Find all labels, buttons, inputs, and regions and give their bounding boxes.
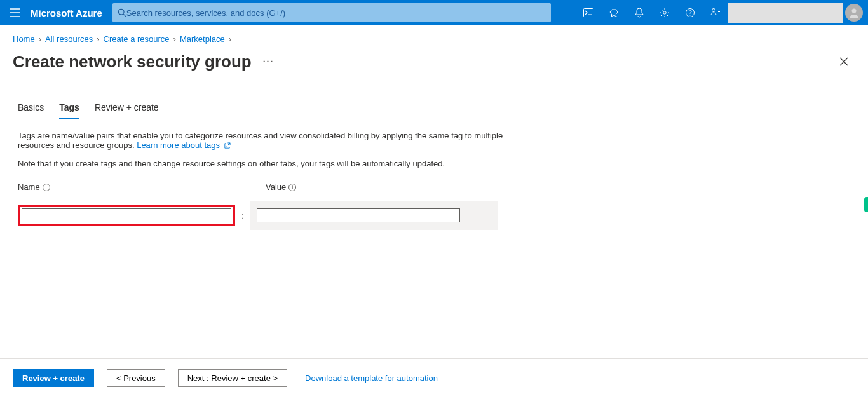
more-actions-icon[interactable]: ···	[263, 57, 275, 67]
svg-point-0	[118, 9, 124, 15]
previous-button[interactable]: < Previous	[107, 369, 165, 387]
topbar: Microsoft Azure	[0, 0, 868, 25]
tags-header-value-label: Value	[266, 182, 286, 192]
breadcrumb-all-resources[interactable]: All resources	[45, 34, 93, 44]
chevron-right-icon: ›	[97, 34, 99, 44]
tag-value-wrap	[250, 201, 498, 230]
cloud-shell-icon[interactable]	[576, 0, 601, 25]
footer-actions: Review + create < Previous Next : Review…	[0, 358, 868, 397]
breadcrumb-create-resource[interactable]: Create a resource	[104, 34, 170, 44]
tags-header-value: Value i	[266, 182, 296, 192]
feedback-icon[interactable]	[703, 0, 728, 25]
search-icon	[118, 8, 126, 17]
review-create-button[interactable]: Review + create	[13, 369, 94, 387]
chevron-right-icon: ›	[173, 34, 176, 44]
svg-point-5	[712, 9, 715, 12]
svg-point-3	[663, 11, 666, 14]
chevron-right-icon: ›	[229, 34, 231, 44]
hamburger-menu-icon[interactable]	[0, 8, 31, 17]
breadcrumb: Home › All resources › Create a resource…	[0, 25, 868, 46]
tags-table: Name i Value i :	[18, 182, 503, 230]
global-search[interactable]	[112, 3, 551, 22]
page-title: Create network security group	[13, 52, 252, 72]
tags-header-name: Name i	[18, 182, 247, 192]
tab-review-create[interactable]: Review + create	[95, 102, 159, 119]
chevron-right-icon: ›	[39, 34, 41, 44]
tags-header-name-label: Name	[18, 182, 40, 192]
page-heading-row: Create network security group ···	[0, 46, 868, 79]
learn-more-label: Learn more about tags	[137, 140, 220, 150]
info-icon[interactable]: i	[288, 184, 296, 191]
directory-filter-icon[interactable]	[601, 0, 627, 25]
help-icon[interactable]	[677, 0, 703, 25]
tag-name-highlight	[18, 205, 235, 226]
info-icon[interactable]: i	[43, 184, 50, 191]
tag-name-input[interactable]	[22, 208, 231, 222]
tab-basics[interactable]: Basics	[18, 102, 44, 119]
next-button[interactable]: Next : Review + create >	[178, 369, 287, 387]
tab-tags[interactable]: Tags	[59, 102, 79, 119]
svg-rect-2	[584, 9, 593, 17]
avatar[interactable]	[845, 4, 863, 22]
close-blade-icon[interactable]	[832, 50, 855, 73]
tags-note-text: Note that if you create tags and then ch…	[18, 159, 503, 168]
svg-line-1	[123, 14, 126, 17]
tabs: Basics Tags Review + create	[0, 79, 868, 119]
tag-value-input[interactable]	[257, 208, 460, 222]
tags-intro-text: Tags are name/value pairs that enable yo…	[18, 131, 503, 150]
download-template-link[interactable]: Download a template for automation	[305, 373, 438, 383]
global-search-input[interactable]	[126, 8, 546, 18]
tag-separator: :	[235, 211, 250, 220]
breadcrumb-marketplace[interactable]: Marketplace	[180, 34, 225, 44]
tags-input-row: :	[18, 201, 503, 230]
tags-intro-span: Tags are name/value pairs that enable yo…	[18, 131, 503, 150]
tags-header-row: Name i Value i	[18, 182, 503, 192]
breadcrumb-home[interactable]: Home	[13, 34, 35, 44]
side-nub-icon[interactable]	[864, 197, 868, 212]
notifications-icon[interactable]	[627, 0, 652, 25]
svg-point-6	[852, 9, 857, 13]
tab-content: Tags are name/value pairs that enable yo…	[0, 119, 521, 230]
external-link-icon	[224, 142, 231, 149]
settings-gear-icon[interactable]	[652, 0, 677, 25]
topbar-right	[576, 0, 868, 25]
account-email-box[interactable]	[728, 3, 843, 23]
brand-home-link[interactable]: Microsoft Azure	[31, 8, 112, 18]
learn-more-tags-link[interactable]: Learn more about tags	[137, 140, 230, 150]
